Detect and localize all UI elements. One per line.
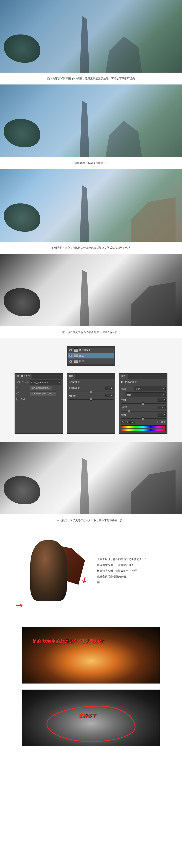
photoshop-panels-section: 曲线自我 1 图层 3 图层 2 ▦ 颜色查找 3DLUT 文件 bbox=[0, 338, 182, 442]
layer-name: 图层 2 bbox=[79, 360, 85, 363]
vibrance-slider[interactable] bbox=[69, 392, 113, 392]
text-line: 如下： bbox=[97, 580, 170, 585]
vibrance-title: 自然饱和度 bbox=[69, 381, 80, 383]
color-lookup-panel: ▦ 颜色查找 3DLUT 文件 Crisp_Warm.look 载入 简要描述文… bbox=[15, 373, 63, 434]
caption-4: 这一步基本是去色为了融合整体，缓加了色系和云 bbox=[0, 326, 182, 338]
layer-name: 曲线自我 1 bbox=[79, 349, 90, 352]
scope-dropdown[interactable]: 全图 bbox=[126, 392, 165, 397]
hue-strip-top bbox=[121, 426, 165, 428]
character-text: 大家发现没，特么的坐骑云是坐骑的！！！ 所以素材拆用上，没骑的困难！！！ 还好勉… bbox=[97, 532, 170, 585]
step-image-2 bbox=[0, 85, 182, 157]
grid-icon: ▦ bbox=[17, 375, 20, 378]
hue-icon: ◧ bbox=[121, 381, 124, 383]
tab-color-lookup[interactable]: ▦ 颜色查找 bbox=[15, 374, 32, 379]
colorize-checkbox[interactable] bbox=[157, 421, 160, 423]
visibility-icon[interactable] bbox=[69, 360, 72, 363]
vibrance-panel: 属性 自然饱和度 自然饱和度: 0 饱和度: 0 bbox=[67, 373, 115, 434]
layers-panel: 曲线自我 1 图层 3 图层 2 bbox=[67, 346, 115, 366]
arrow-icon: ↗ bbox=[14, 600, 25, 611]
caption-2: 简单处理，有架次感即可...... bbox=[0, 157, 182, 169]
dither-checkbox[interactable]: ✓ bbox=[17, 398, 19, 400]
layer-thumbnail bbox=[74, 360, 78, 363]
load-devicelink-button[interactable]: 载入 设备链接配置文件... bbox=[30, 391, 56, 396]
preset-dropdown[interactable]: 自定 bbox=[134, 386, 165, 391]
layer-row[interactable]: 图层 2 bbox=[68, 359, 114, 364]
caption-1: 插入美丽的背景原画-稍作调整，注意远景近景的处理，再添加下雨翻环境光 bbox=[0, 72, 182, 85]
sat-value[interactable]: -62 bbox=[158, 406, 165, 409]
saturation-label: 饱和度: bbox=[69, 394, 76, 397]
hue-value[interactable]: 0 bbox=[158, 398, 165, 402]
lut-file-dropdown[interactable]: Crisp_Warm.look bbox=[30, 380, 61, 384]
annotation-text: 去掉多下 bbox=[79, 713, 97, 719]
character-section: ↙ ↗ 大家发现没，特么的坐骑云是坐骑的！！！ 所以素材拆用上，没骑的困难！！！… bbox=[0, 526, 182, 623]
dither-label: 仿色 bbox=[21, 398, 25, 401]
hue-slider[interactable] bbox=[121, 403, 165, 404]
cave-image-color: 是的 我看重的就是这个"可以坐人的" bbox=[22, 627, 160, 683]
light-value[interactable]: 0 bbox=[158, 413, 165, 416]
visibility-icon[interactable] bbox=[69, 349, 72, 351]
load-profile-button[interactable]: 载入 简要描述文件... bbox=[30, 386, 52, 390]
text-line: 所以素材拆用上，没骑的困难！！！ bbox=[97, 562, 170, 568]
hue-label: 色相: bbox=[121, 398, 126, 401]
text-line: 也符合侠侣云冷酷的表情。 bbox=[97, 574, 170, 580]
character-image: ↙ ↗ bbox=[12, 532, 89, 617]
cave-image-desat: 去掉多下 bbox=[22, 689, 160, 746]
preset-label: 预设: bbox=[121, 387, 133, 390]
radio-icon[interactable] bbox=[17, 392, 19, 395]
saturation-value[interactable]: 0 bbox=[105, 394, 113, 397]
eyedropper-plus-icon[interactable]: ✚ bbox=[126, 421, 130, 424]
tab-properties[interactable]: 属性 bbox=[119, 374, 128, 379]
selection-outline bbox=[47, 706, 135, 742]
step-image-3 bbox=[0, 169, 182, 242]
radio-icon[interactable] bbox=[17, 386, 19, 389]
layer-name: 图层 3 bbox=[79, 354, 85, 357]
text-line: 还好勉强找到了这褥囊的一个"凳子" bbox=[97, 568, 170, 574]
caption-3: 右侧感觉有点空，所以将另一张建筑素材加上，然后添加简单的色调 bbox=[0, 242, 182, 254]
finger-icon[interactable]: ☟ bbox=[121, 393, 124, 396]
light-slider[interactable] bbox=[121, 418, 165, 419]
layer-thumbnail bbox=[74, 348, 78, 352]
vibrance-value[interactable]: 0 bbox=[105, 386, 113, 390]
step-image-4 bbox=[0, 254, 182, 326]
lut-file-label: 3DLUT 文件 bbox=[17, 381, 28, 384]
eyedropper-minus-icon[interactable]: − bbox=[130, 421, 134, 424]
vibrance-label: 自然饱和度: bbox=[69, 387, 80, 390]
step-image-1 bbox=[0, 0, 182, 72]
layer-row[interactable]: 图层 3 bbox=[68, 353, 114, 359]
text-line: 大家发现没，特么的坐骑云是坐骑的！！！ bbox=[97, 557, 170, 562]
saturation-slider[interactable] bbox=[69, 399, 113, 400]
colorize-label: 着色 bbox=[161, 421, 165, 424]
step-image-5 bbox=[0, 442, 182, 514]
tab-label: 颜色查找 bbox=[21, 375, 30, 377]
sat-slider[interactable] bbox=[121, 411, 165, 411]
hue-sat-panel: 属性 ◧ 色相/饱和度 预设: 自定 ☟ 全图 色相: 0 饱和度: -62 bbox=[119, 373, 167, 434]
light-label: 明度: bbox=[121, 413, 126, 416]
visibility-icon[interactable] bbox=[69, 355, 72, 357]
caption-5: 中间提亮，为了更好摆放主人容啊，接下来是重要的一步： bbox=[0, 514, 182, 526]
cave-section: 是的 我看重的就是这个"可以坐人的" 去掉多下 bbox=[0, 623, 182, 756]
tab-properties[interactable]: 属性 bbox=[67, 374, 75, 379]
eyedropper-icon[interactable]: ✎ bbox=[121, 421, 125, 424]
layer-row[interactable]: 曲线自我 1 bbox=[68, 348, 114, 353]
hue-strip-bottom bbox=[121, 429, 165, 431]
layer-thumbnail bbox=[74, 354, 78, 358]
annotation-text: 是的 我看重的就是这个"可以坐人的" bbox=[32, 638, 105, 644]
hue-sat-title: 色相/饱和度 bbox=[125, 381, 137, 383]
sat-label: 饱和度: bbox=[121, 406, 128, 409]
